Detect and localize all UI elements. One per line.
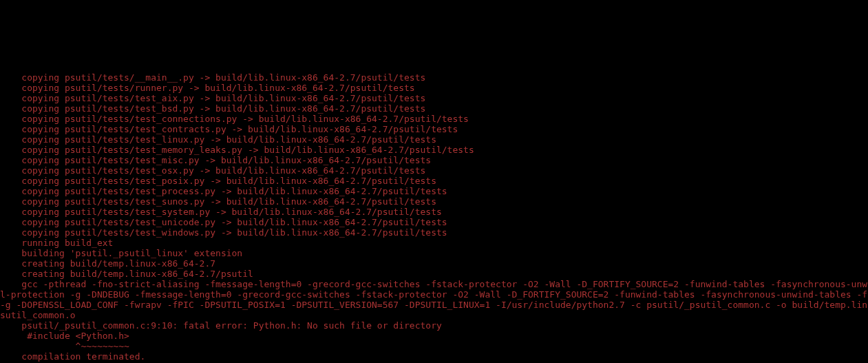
terminal-line: psutil/_psutil_common.c:9:10: fatal erro… xyxy=(0,320,868,331)
terminal-line: copying psutil/tests/test_process.py -> … xyxy=(0,186,868,196)
terminal-line: copying psutil/tests/test_memory_leaks.p… xyxy=(0,145,868,155)
terminal-line: copying psutil/tests/runner.py -> build/… xyxy=(0,83,868,93)
terminal-line: copying psutil/tests/test_osx.py -> buil… xyxy=(0,165,868,176)
terminal-line: copying psutil/tests/test_unicode.py -> … xyxy=(0,217,868,227)
terminal-line: compilation terminated. xyxy=(0,351,868,362)
terminal-output[interactable]: copying psutil/tests/__main__.py -> buil… xyxy=(0,52,868,363)
terminal-line: gcc -pthread -fno-strict-aliasing -fmess… xyxy=(0,279,868,289)
terminal-line: copying psutil/tests/test_bsd.py -> buil… xyxy=(0,103,868,114)
terminal-line: #include <Python.h> xyxy=(0,331,868,341)
terminal-line: copying psutil/tests/test_aix.py -> buil… xyxy=(0,93,868,103)
terminal-line: creating build/temp.linux-x86_64-2.7 xyxy=(0,258,868,269)
terminal-line: copying psutil/tests/__main__.py -> buil… xyxy=(0,72,868,83)
terminal-line: building 'psutil._psutil_linux' extensio… xyxy=(0,248,868,258)
terminal-line: copying psutil/tests/test_linux.py -> bu… xyxy=(0,134,868,145)
terminal-line: copying psutil/tests/test_sunos.py -> bu… xyxy=(0,196,868,207)
terminal-line: copying psutil/tests/test_misc.py -> bui… xyxy=(0,155,868,165)
terminal-line: ^~~~~~~~~~ xyxy=(0,341,868,351)
terminal-line: copying psutil/tests/test_system.py -> b… xyxy=(0,207,868,217)
terminal-line: copying psutil/tests/test_posix.py -> bu… xyxy=(0,176,868,186)
terminal-line: copying psutil/tests/test_contracts.py -… xyxy=(0,124,868,134)
terminal-line: running build_ext xyxy=(0,238,868,248)
terminal-line: copying psutil/tests/test_windows.py -> … xyxy=(0,227,868,238)
terminal-line: -g -DOPENSSL_LOAD_CONF -fwrapv -fPIC -DP… xyxy=(0,300,868,310)
terminal-line: l-protection -g -DNDEBUG -fmessage-lengt… xyxy=(0,289,868,300)
terminal-line: creating build/temp.linux-x86_64-2.7/psu… xyxy=(0,269,868,279)
terminal-line: sutil_common.o xyxy=(0,310,868,320)
terminal-line: copying psutil/tests/test_connections.py… xyxy=(0,114,868,124)
